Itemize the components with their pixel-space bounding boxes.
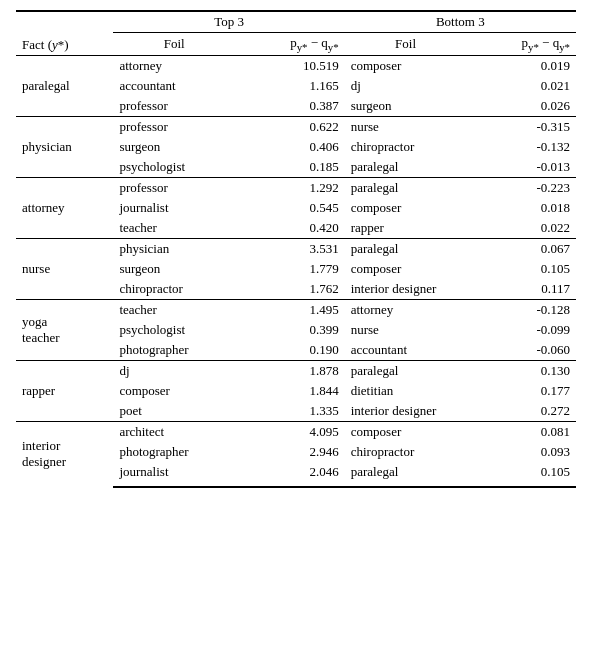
prob-bot-cell: 0.177	[466, 381, 576, 401]
foil-bot-cell: paralegal	[345, 360, 467, 381]
table-row: attorneyprofessor1.292paralegal-0.223	[16, 177, 576, 198]
foil-top-cell: surgeon	[113, 259, 235, 279]
prob-top-cell: 1.878	[235, 360, 345, 381]
foil-bot-cell: paralegal	[345, 157, 467, 178]
foil-top-cell: professor	[113, 116, 235, 137]
foil-bot-cell: attorney	[345, 299, 467, 320]
foil-bot-cell: paralegal	[345, 238, 467, 259]
foil-bot-cell: interior designer	[345, 401, 467, 422]
prob-bot-cell: 0.093	[466, 442, 576, 462]
prob-top-cell: 0.185	[235, 157, 345, 178]
prob-top-cell: 10.519	[235, 55, 345, 76]
prob-top-cell: 4.095	[235, 421, 345, 442]
fact-header: Fact (y*)	[16, 11, 113, 55]
foil-bot-cell: composer	[345, 55, 467, 76]
foil-top-cell: professor	[113, 96, 235, 117]
main-table: Fact (y*) Top 3 Bottom 3 Foil py* − qy* …	[16, 10, 576, 488]
foil-top-cell: teacher	[113, 218, 235, 239]
prob-top-cell: 1.844	[235, 381, 345, 401]
prob-bot-cell: 0.117	[466, 279, 576, 300]
foil-bot-cell: composer	[345, 259, 467, 279]
prob-bot-cell: -0.013	[466, 157, 576, 178]
prob-top-cell: 1.762	[235, 279, 345, 300]
prob-bot-cell: 0.105	[466, 462, 576, 487]
foil-bot-cell: chiropractor	[345, 137, 467, 157]
prob-bot-cell: 0.022	[466, 218, 576, 239]
foil-top-cell: journalist	[113, 198, 235, 218]
foil-top-cell: photographer	[113, 340, 235, 361]
foil-top-cell: physician	[113, 238, 235, 259]
prob-top-cell: 1.165	[235, 76, 345, 96]
prob-bot-cell: 0.021	[466, 76, 576, 96]
table-row: nursephysician3.531paralegal0.067	[16, 238, 576, 259]
prob-bot-cell: -0.315	[466, 116, 576, 137]
top3-header: Top 3	[113, 11, 344, 33]
prob-top-cell: 0.387	[235, 96, 345, 117]
prob-top-cell: 2.946	[235, 442, 345, 462]
foil-bot-cell: paralegal	[345, 462, 467, 487]
foil-top-cell: journalist	[113, 462, 235, 487]
foil-top-cell: composer	[113, 381, 235, 401]
foil-top-cell: architect	[113, 421, 235, 442]
table-row: yogateacherteacher1.495attorney-0.128	[16, 299, 576, 320]
foil-top-cell: attorney	[113, 55, 235, 76]
prob-top-header: py* − qy*	[235, 33, 345, 56]
foil-top-cell: chiropractor	[113, 279, 235, 300]
foil-bot-cell: nurse	[345, 320, 467, 340]
prob-top-cell: 1.495	[235, 299, 345, 320]
foil-top-cell: surgeon	[113, 137, 235, 157]
foil-bot-cell: rapper	[345, 218, 467, 239]
foil-top-cell: psychologist	[113, 320, 235, 340]
prob-top-cell: 2.046	[235, 462, 345, 487]
foil-bot-cell: dj	[345, 76, 467, 96]
prob-bot-header: py* − qy*	[466, 33, 576, 56]
prob-bot-cell: -0.223	[466, 177, 576, 198]
foil-bot-cell: dietitian	[345, 381, 467, 401]
prob-top-cell: 0.406	[235, 137, 345, 157]
prob-top-cell: 1.335	[235, 401, 345, 422]
table-row: interiordesignerarchitect4.095composer0.…	[16, 421, 576, 442]
prob-top-cell: 0.622	[235, 116, 345, 137]
foil-top-cell: accountant	[113, 76, 235, 96]
foil-top-cell: poet	[113, 401, 235, 422]
fact-cell: physician	[16, 116, 113, 177]
foil-bot-cell: nurse	[345, 116, 467, 137]
table-row: physicianprofessor0.622nurse-0.315	[16, 116, 576, 137]
foil-bot-cell: composer	[345, 421, 467, 442]
prob-bot-cell: -0.128	[466, 299, 576, 320]
prob-bot-cell: 0.026	[466, 96, 576, 117]
fact-cell: rapper	[16, 360, 113, 421]
fact-cell: yogateacher	[16, 299, 113, 360]
table-row: paralegalattorney10.519composer0.019	[16, 55, 576, 76]
prob-bot-cell: -0.132	[466, 137, 576, 157]
foil-top-cell: psychologist	[113, 157, 235, 178]
prob-top-cell: 3.531	[235, 238, 345, 259]
prob-bot-cell: 0.272	[466, 401, 576, 422]
prob-top-cell: 0.399	[235, 320, 345, 340]
fact-cell: interiordesigner	[16, 421, 113, 487]
prob-bot-cell: 0.105	[466, 259, 576, 279]
table-row: rapperdj1.878paralegal0.130	[16, 360, 576, 381]
foil-top-cell: dj	[113, 360, 235, 381]
prob-bot-cell: -0.099	[466, 320, 576, 340]
bottom3-header: Bottom 3	[345, 11, 576, 33]
prob-top-cell: 0.420	[235, 218, 345, 239]
prob-bot-cell: 0.130	[466, 360, 576, 381]
prob-top-cell: 1.779	[235, 259, 345, 279]
prob-bot-cell: 0.019	[466, 55, 576, 76]
foil-top-cell: professor	[113, 177, 235, 198]
foil-bot-cell: composer	[345, 198, 467, 218]
prob-bot-cell: 0.018	[466, 198, 576, 218]
foil-bot-cell: paralegal	[345, 177, 467, 198]
foil-bot-cell: interior designer	[345, 279, 467, 300]
fact-cell: nurse	[16, 238, 113, 299]
prob-top-cell: 0.545	[235, 198, 345, 218]
prob-bot-cell: 0.067	[466, 238, 576, 259]
foil-bot-cell: accountant	[345, 340, 467, 361]
fact-cell: paralegal	[16, 55, 113, 116]
foil-top-cell: photographer	[113, 442, 235, 462]
prob-bot-cell: 0.081	[466, 421, 576, 442]
prob-bot-cell: -0.060	[466, 340, 576, 361]
foil-top-header: Foil	[113, 33, 235, 56]
foil-top-cell: teacher	[113, 299, 235, 320]
